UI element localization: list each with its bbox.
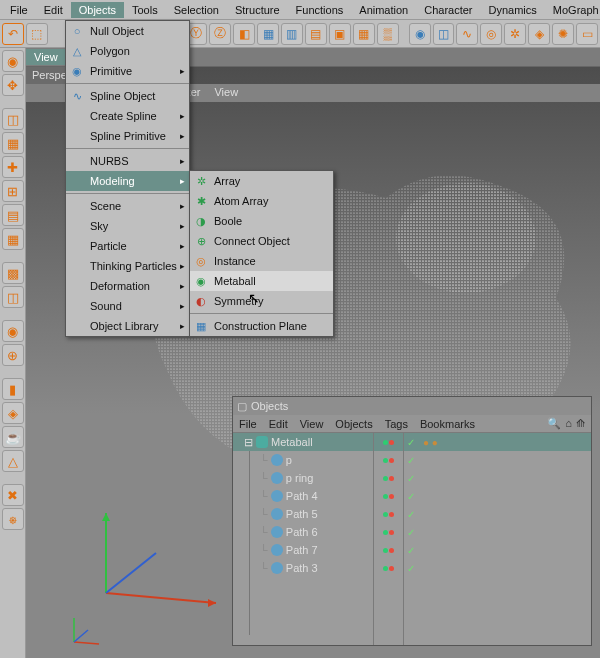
anim-icon[interactable]: ▦ <box>353 23 375 45</box>
menu-tools[interactable]: Tools <box>124 2 166 18</box>
model-mode-icon[interactable]: ◫ <box>2 108 24 130</box>
svg-line-9 <box>74 630 88 642</box>
menu-mograph[interactable]: MoGraph <box>545 2 600 18</box>
tool6-icon[interactable]: ⎈ <box>2 508 24 530</box>
object-row-p[interactable]: └p✓ <box>233 451 591 469</box>
cube-icon[interactable]: ◧ <box>233 23 255 45</box>
viewport-view[interactable]: View <box>214 86 238 100</box>
object-row-p-ring[interactable]: └p ring✓ <box>233 469 591 487</box>
menu-item-metaball[interactable]: ◉Metaball <box>190 271 333 291</box>
menu-item-thinking-particles[interactable]: Thinking Particles▸ <box>66 256 189 276</box>
undo-button[interactable]: ↶ <box>2 23 24 45</box>
object-row-path-6[interactable]: └Path 6✓ <box>233 523 591 541</box>
render-settings-icon[interactable]: ▤ <box>305 23 327 45</box>
menu-item-array[interactable]: ✲Array <box>190 171 333 191</box>
render-icon[interactable]: ▦ <box>257 23 279 45</box>
tool2-icon[interactable]: ◈ <box>2 402 24 424</box>
array-icon[interactable]: ✲ <box>504 23 526 45</box>
menu-selection[interactable]: Selection <box>166 2 227 18</box>
menu-item-particle[interactable]: Particle▸ <box>66 236 189 256</box>
objpanel-menu-view[interactable]: View <box>300 418 324 430</box>
point-mode-icon[interactable]: ⊞ <box>2 180 24 202</box>
mini-axis-icon <box>64 612 104 652</box>
workplane-icon[interactable]: ◫ <box>2 286 24 308</box>
primitive-cube-icon[interactable]: ◫ <box>433 23 455 45</box>
menu-file[interactable]: File <box>2 2 36 18</box>
axis-mode-icon[interactable]: ✚ <box>2 156 24 178</box>
menu-item-spline-primitive[interactable]: Spline Primitive▸ <box>66 126 189 146</box>
axis-z-button[interactable]: Ⓩ <box>209 23 231 45</box>
menu-item-polygon[interactable]: △Polygon <box>66 41 189 61</box>
render-region-icon[interactable]: ▥ <box>281 23 303 45</box>
menu-item-null-object[interactable]: ○Null Object <box>66 21 189 41</box>
menu-item-nurbs[interactable]: NURBS▸ <box>66 151 189 171</box>
main-menubar: FileEditObjectsToolsSelectionStructureFu… <box>0 0 600 20</box>
objects-panel: ▢Objects FileEditViewObjectsTagsBookmark… <box>232 396 592 646</box>
spline-icon[interactable]: ∿ <box>456 23 478 45</box>
arrow-icon[interactable]: ⟰ <box>576 417 585 430</box>
menu-item-sound[interactable]: Sound▸ <box>66 296 189 316</box>
menu-item-instance[interactable]: ◎Instance <box>190 251 333 271</box>
edge-mode-icon[interactable]: ▤ <box>2 204 24 226</box>
picture-viewer-icon[interactable]: ▣ <box>329 23 351 45</box>
object-mode-icon[interactable]: ▦ <box>2 132 24 154</box>
quantize-icon[interactable]: ⊕ <box>2 344 24 366</box>
tool3-icon[interactable]: ☕ <box>2 426 24 448</box>
menu-item-primitive[interactable]: ◉Primitive▸ <box>66 61 189 81</box>
menu-item-object-library[interactable]: Object Library▸ <box>66 316 189 336</box>
svg-point-1 <box>396 183 536 293</box>
menu-item-symmetry[interactable]: ◐Symmetry <box>190 291 333 311</box>
deformer-icon[interactable]: ◈ <box>528 23 550 45</box>
menu-item-deformation[interactable]: Deformation▸ <box>66 276 189 296</box>
snap-icon[interactable]: ◉ <box>2 320 24 342</box>
objects-panel-title: ▢Objects <box>233 397 591 415</box>
objects-panel-menu: FileEditViewObjectsTagsBookmarks 🔍 ⌂ ⟰ <box>233 415 591 433</box>
sphere-icon[interactable]: ◉ <box>409 23 431 45</box>
object-row-metaball[interactable]: ⊟Metaball✓● ● <box>233 433 591 451</box>
menu-item-atom-array[interactable]: ✱Atom Array <box>190 191 333 211</box>
search-icon[interactable]: 🔍 <box>547 417 561 430</box>
floor-icon[interactable]: ▭ <box>576 23 598 45</box>
objpanel-menu-tags[interactable]: Tags <box>385 418 408 430</box>
menu-item-create-spline[interactable]: Create Spline▸ <box>66 106 189 126</box>
tool1-icon[interactable]: ▮ <box>2 378 24 400</box>
texture-mode-icon[interactable]: ▩ <box>2 262 24 284</box>
objects-tree[interactable]: ⊟Metaball✓● ●└p✓└p ring✓└Path 4✓└Path 5✓… <box>233 433 591 645</box>
menu-item-scene[interactable]: Scene▸ <box>66 196 189 216</box>
objpanel-menu-edit[interactable]: Edit <box>269 418 288 430</box>
menu-item-connect-object[interactable]: ⊕Connect Object <box>190 231 333 251</box>
menu-structure[interactable]: Structure <box>227 2 288 18</box>
menu-item-sky[interactable]: Sky▸ <box>66 216 189 236</box>
svg-line-2 <box>106 593 216 603</box>
tool5-icon[interactable]: ✖ <box>2 484 24 506</box>
menu-item-spline-object[interactable]: ∿Spline Object <box>66 86 189 106</box>
move-icon[interactable]: ✥ <box>2 74 24 96</box>
objpanel-menu-objects[interactable]: Objects <box>335 418 372 430</box>
menu-animation[interactable]: Animation <box>351 2 416 18</box>
view-tab[interactable]: View <box>26 49 66 65</box>
menu-item-modeling[interactable]: Modeling▸ <box>66 171 189 191</box>
poly-mode-icon[interactable]: ▦ <box>2 228 24 250</box>
object-row-path-4[interactable]: └Path 4✓ <box>233 487 591 505</box>
object-row-path-7[interactable]: └Path 7✓ <box>233 541 591 559</box>
home-icon[interactable]: ⌂ <box>565 417 572 430</box>
menu-character[interactable]: Character <box>416 2 480 18</box>
object-row-path-3[interactable]: └Path 3✓ <box>233 559 591 577</box>
svg-marker-3 <box>208 599 216 607</box>
clip-icon[interactable]: ▒ <box>377 23 399 45</box>
nurbs-icon[interactable]: ◎ <box>480 23 502 45</box>
menu-edit[interactable]: Edit <box>36 2 71 18</box>
objpanel-menu-bookmarks[interactable]: Bookmarks <box>420 418 475 430</box>
svg-marker-5 <box>102 513 110 521</box>
live-select-icon[interactable]: ◉ <box>2 50 24 72</box>
objpanel-menu-file[interactable]: File <box>239 418 257 430</box>
menu-objects[interactable]: Objects <box>71 2 124 18</box>
object-row-path-5[interactable]: └Path 5✓ <box>233 505 591 523</box>
redo-button[interactable]: ⬚ <box>26 23 48 45</box>
menu-functions[interactable]: Functions <box>288 2 352 18</box>
light-icon[interactable]: ✺ <box>552 23 574 45</box>
menu-item-construction-plane[interactable]: ▦Construction Plane <box>190 316 333 336</box>
menu-dynamics[interactable]: Dynamics <box>481 2 545 18</box>
tool4-icon[interactable]: △ <box>2 450 24 472</box>
menu-item-boole[interactable]: ◑Boole <box>190 211 333 231</box>
